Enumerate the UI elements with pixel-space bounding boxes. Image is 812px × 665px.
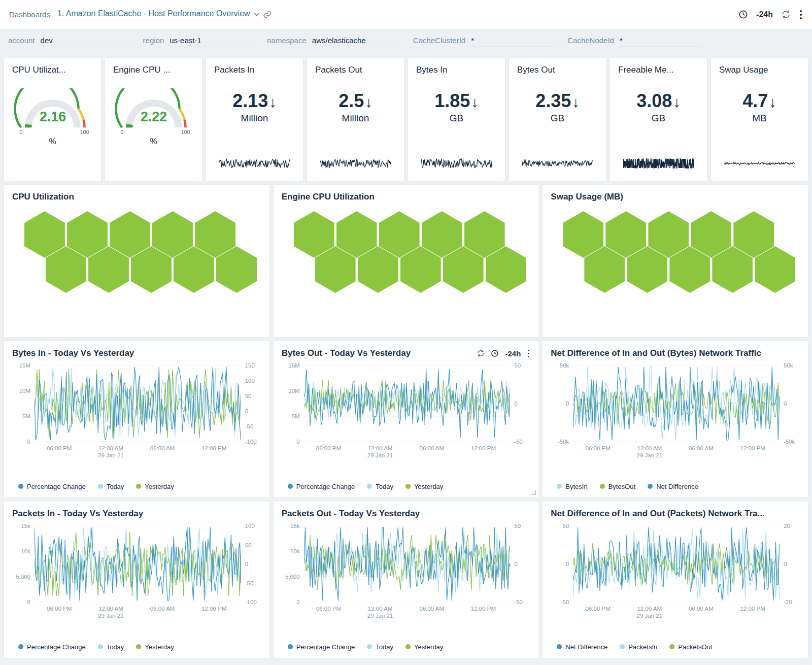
y-tick-label: 50k xyxy=(560,362,569,369)
kebab-menu-icon[interactable] xyxy=(799,9,803,20)
y-axis-right: 150100500-50-100 xyxy=(241,365,261,442)
legend-label: PacketsOut xyxy=(678,643,712,651)
legend-item-yesterday[interactable]: Yesterday xyxy=(136,483,174,490)
chevron-down-icon[interactable] xyxy=(254,13,259,17)
y-tick-label: 50 xyxy=(514,523,521,529)
legend-item-percentage-change[interactable]: Percentage Change xyxy=(288,643,355,651)
panel-time-range[interactable]: -24h xyxy=(505,349,521,358)
legend-dot xyxy=(405,484,411,489)
plot-area: 50k0-50k50k0-50k xyxy=(551,365,800,442)
legend-item-bytesin[interactable]: BytesIn xyxy=(557,483,587,490)
legend-label: BytesOut xyxy=(608,483,635,490)
chart-area: 15M10M5M0150100500-50-10006:00 PM12:00 A… xyxy=(12,358,261,459)
y-tick-label: 0 xyxy=(784,401,787,407)
x-tick-label: 12:00 PM xyxy=(201,445,226,451)
x-tick-label: 12:00 AM29 Jan 21 xyxy=(367,606,393,619)
x-tick-date: 29 Jan 21 xyxy=(98,613,124,619)
x-tick-label: 06:00 AM xyxy=(689,445,714,451)
y-tick-label: 0 xyxy=(296,439,299,445)
plot-area: 15k10k5,0000100500-50-100 xyxy=(12,526,261,602)
legend-item-packetsout[interactable]: PacketsOut xyxy=(669,643,712,651)
legend-item-today[interactable]: Today xyxy=(367,643,393,651)
x-axis: 06:00 PM12:00 AM29 Jan 2106:00 AM12:00 P… xyxy=(35,602,241,619)
filter-value-account[interactable]: dev xyxy=(40,36,130,47)
stat-unit: MB xyxy=(719,113,800,124)
x-tick-time: 06:00 PM xyxy=(47,606,72,612)
x-tick-date: 29 Jan 21 xyxy=(637,613,663,619)
filter-value-namespace[interactable]: aws/elasticache xyxy=(311,36,400,47)
y-tick-label: -20 xyxy=(784,599,792,605)
kebab-menu-icon[interactable] xyxy=(527,349,530,358)
legend-dot xyxy=(557,484,562,489)
legend-item-yesterday[interactable]: Yesterday xyxy=(136,643,174,651)
legend-item-percentage-change[interactable]: Percentage Change xyxy=(18,643,86,651)
card-title: Freeable Me... xyxy=(618,65,699,75)
y-axis-right: 50k0-50k xyxy=(780,365,800,442)
panel-title: CPU Utilization xyxy=(12,192,261,202)
sparkline xyxy=(219,158,290,169)
x-tick-label: 12:00 AM29 Jan 21 xyxy=(98,606,124,619)
stat-unit: Million xyxy=(315,113,396,124)
stat-value: 1.85↓ xyxy=(416,91,497,111)
stat-value: 2.35↓ xyxy=(517,91,598,111)
y-tick-label: 5,000 xyxy=(285,574,300,580)
link-icon[interactable] xyxy=(263,10,272,19)
legend-item-yesterday[interactable]: Yesterday xyxy=(405,483,443,490)
x-tick-label: 12:00 PM xyxy=(471,445,496,451)
stat-value: 2.5↓ xyxy=(315,91,396,111)
legend-item-net-difference[interactable]: Net Difference xyxy=(648,483,698,490)
clock-icon[interactable] xyxy=(491,349,499,357)
filter-value-cachenodeid[interactable]: * xyxy=(619,36,703,47)
resize-handle[interactable] xyxy=(531,490,536,495)
legend-dot xyxy=(288,644,293,649)
legend-item-percentage-change[interactable]: Percentage Change xyxy=(288,483,355,490)
legend-label: Today xyxy=(376,483,393,490)
x-tick-time: 06:00 PM xyxy=(316,445,341,451)
chart-row-1: Bytes In - Today Vs Yesterday 15M10M5M01… xyxy=(4,341,808,497)
legend-label: Percentage Change xyxy=(27,643,86,651)
panel-title: Bytes Out - Today Vs Yesterday xyxy=(282,348,411,358)
refresh-icon[interactable] xyxy=(477,349,485,357)
legend-item-bytesout[interactable]: BytesOut xyxy=(600,483,635,490)
legend-item-today[interactable]: Today xyxy=(367,483,393,490)
legend-item-net-difference[interactable]: Net Difference xyxy=(557,643,607,651)
svg-text:0: 0 xyxy=(120,129,123,135)
chart-svg xyxy=(573,365,780,442)
y-tick-label: -50 xyxy=(245,580,254,586)
stat-number: 2.13 xyxy=(232,90,268,111)
filter-value-cacheclusterid[interactable]: * xyxy=(470,36,554,47)
y-tick-label: 100 xyxy=(245,378,255,384)
legend-item-today[interactable]: Today xyxy=(98,643,124,651)
chart-svg xyxy=(304,526,511,602)
legend-item-yesterday[interactable]: Yesterday xyxy=(405,643,443,651)
dashboard-content: CPU Utilizat... 2.160100 % Engine CPU ..… xyxy=(0,54,812,662)
panel-header: Bytes Out - Today Vs Yesterday -24h xyxy=(282,348,531,358)
y-tick-label: 10k xyxy=(21,548,30,554)
time-range[interactable]: -24h xyxy=(756,10,773,19)
panel-net-packets-chart: Net Difference of In and Out (Packets) N… xyxy=(543,502,808,658)
kpi-card-engine-cpu-utilization: Engine CPU ... 2.220100 % xyxy=(105,58,202,181)
clock-icon[interactable] xyxy=(738,10,748,19)
breadcrumb-dashboards[interactable]: Dashboards xyxy=(9,10,50,19)
legend-label: Net Difference xyxy=(565,643,607,651)
stat-number: 1.85 xyxy=(434,90,470,111)
legend-item-today[interactable]: Today xyxy=(98,483,124,490)
kpi-card-packets-in: Packets In 2.13↓ Million xyxy=(206,58,303,181)
filter-value-region[interactable]: us-east-1 xyxy=(168,36,254,47)
panel-packets-in-chart: Packets In - Today Vs Yesterday 15k10k5,… xyxy=(4,502,269,658)
legend-dot xyxy=(288,484,293,489)
card-title: Engine CPU ... xyxy=(113,65,194,75)
stat-number: 4.7 xyxy=(742,90,768,111)
dashboard-title[interactable]: 1. Amazon ElastiCache - Host Performance… xyxy=(57,9,250,20)
filter-label: region xyxy=(143,36,164,45)
x-tick-label: 12:00 PM xyxy=(201,606,226,612)
legend-dot xyxy=(600,484,605,489)
refresh-icon[interactable] xyxy=(781,10,791,19)
legend-item-packetsin[interactable]: PacketsIn xyxy=(620,643,657,651)
y-tick-label: 0 xyxy=(245,408,248,414)
legend-item-percentage-change[interactable]: Percentage Change xyxy=(18,483,86,490)
panel-controls: -24h xyxy=(477,349,530,358)
y-tick-label: 0 xyxy=(514,401,517,407)
legend-label: Net Difference xyxy=(656,483,698,490)
cpu-utilization-gauge: 2.160100 xyxy=(14,88,91,137)
